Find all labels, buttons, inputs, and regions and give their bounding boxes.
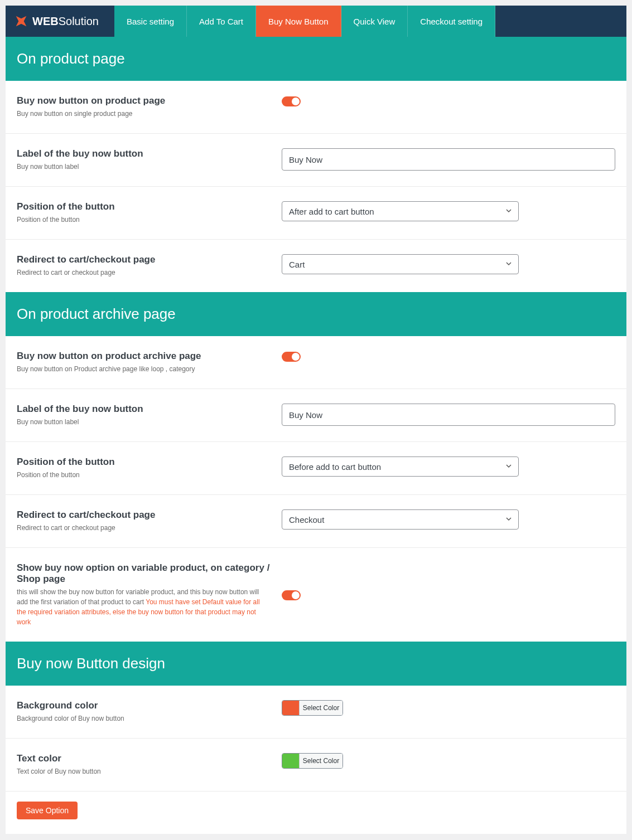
field-title: Redirect to cart/checkout page bbox=[17, 254, 271, 265]
toggle-variable-product[interactable] bbox=[282, 590, 301, 600]
field-desc: Redirect to cart or checkout page bbox=[17, 268, 271, 278]
field-desc: Redirect to cart or checkout page bbox=[17, 523, 271, 533]
section-header-product-page: On product page bbox=[6, 37, 626, 81]
select-redirect-product-page[interactable]: Cart bbox=[282, 254, 519, 274]
section-header-design: Buy now Button design bbox=[6, 642, 626, 686]
brand-logo: WEBSolution bbox=[6, 6, 114, 37]
tab-add-to-cart[interactable]: Add To Cart bbox=[187, 6, 256, 37]
tab-basic-setting[interactable]: Basic setting bbox=[114, 6, 187, 37]
field-title: Show buy now option on variable product,… bbox=[17, 562, 271, 585]
brand-icon bbox=[13, 13, 29, 29]
row-position-archive-page: Position of the button Position of the b… bbox=[6, 442, 626, 495]
row-enable-product-page: Buy now button on product page Buy now b… bbox=[6, 81, 626, 134]
save-button[interactable]: Save Option bbox=[17, 802, 78, 819]
field-desc: this will show the buy now button for va… bbox=[17, 587, 271, 627]
tab-quick-view[interactable]: Quick View bbox=[341, 6, 408, 37]
field-title: Buy now button on product archive page bbox=[17, 351, 271, 362]
row-label-product-page: Label of the buy now button Buy now butt… bbox=[6, 134, 626, 187]
field-title: Label of the buy now button bbox=[17, 404, 271, 415]
field-title: Redirect to cart/checkout page bbox=[17, 509, 271, 521]
tabs: Basic setting Add To Cart Buy Now Button… bbox=[114, 6, 495, 37]
color-picker-bg[interactable]: Select Color bbox=[282, 700, 343, 716]
field-title: Buy now button on product page bbox=[17, 95, 271, 106]
row-enable-archive-page: Buy now button on product archive page B… bbox=[6, 336, 626, 389]
select-color-button: Select Color bbox=[299, 701, 342, 715]
section-design: Background color Background color of Buy… bbox=[6, 686, 626, 834]
select-redirect-archive-page[interactable]: Checkout bbox=[282, 509, 519, 530]
row-variable-product: Show buy now option on variable product,… bbox=[6, 548, 626, 642]
tab-checkout-setting[interactable]: Checkout setting bbox=[408, 6, 495, 37]
row-text-color: Text color Text color of Buy now button … bbox=[6, 739, 626, 792]
row-label-archive-page: Label of the buy now button Buy now butt… bbox=[6, 389, 626, 442]
save-row: Save Option bbox=[6, 792, 626, 834]
brand-light: Solution bbox=[59, 15, 99, 27]
field-desc: Buy now button label bbox=[17, 417, 271, 427]
settings-page: WEBSolution Basic setting Add To Cart Bu… bbox=[6, 6, 626, 834]
section-product-page: Buy now button on product page Buy now b… bbox=[6, 81, 626, 292]
color-picker-text[interactable]: Select Color bbox=[282, 753, 343, 769]
select-color-button: Select Color bbox=[299, 754, 342, 768]
field-title: Text color bbox=[17, 753, 271, 764]
section-archive-page: Buy now button on product archive page B… bbox=[6, 336, 626, 642]
select-position-archive-page[interactable]: Before add to cart button bbox=[282, 457, 519, 477]
field-title: Position of the button bbox=[17, 457, 271, 468]
field-desc: Background color of Buy now button bbox=[17, 713, 271, 724]
field-desc: Buy now button on single product page bbox=[17, 109, 271, 119]
field-desc: Position of the button bbox=[17, 215, 271, 225]
color-swatch bbox=[282, 701, 299, 715]
row-bg-color: Background color Background color of Buy… bbox=[6, 686, 626, 739]
field-desc: Buy now button label bbox=[17, 162, 271, 172]
field-desc: Buy now button on Product archive page l… bbox=[17, 364, 271, 374]
select-position-product-page[interactable]: After add to cart button bbox=[282, 201, 519, 221]
field-desc: Position of the button bbox=[17, 470, 271, 480]
brand-strong: WEB bbox=[32, 15, 59, 27]
top-bar: WEBSolution Basic setting Add To Cart Bu… bbox=[6, 6, 626, 37]
input-label-product-page[interactable] bbox=[282, 148, 615, 171]
toggle-enable-product-page[interactable] bbox=[282, 96, 301, 106]
toggle-enable-archive-page[interactable] bbox=[282, 352, 301, 362]
field-title: Background color bbox=[17, 700, 271, 711]
tab-buy-now-button[interactable]: Buy Now Button bbox=[256, 6, 341, 37]
row-redirect-archive-page: Redirect to cart/checkout page Redirect … bbox=[6, 495, 626, 548]
field-desc: Text color of Buy now button bbox=[17, 766, 271, 776]
input-label-archive-page[interactable] bbox=[282, 404, 615, 426]
row-redirect-product-page: Redirect to cart/checkout page Redirect … bbox=[6, 240, 626, 292]
section-header-archive-page: On product archive page bbox=[6, 292, 626, 336]
row-position-product-page: Position of the button Position of the b… bbox=[6, 187, 626, 240]
field-title: Position of the button bbox=[17, 201, 271, 212]
color-swatch bbox=[282, 754, 299, 768]
field-title: Label of the buy now button bbox=[17, 148, 271, 159]
